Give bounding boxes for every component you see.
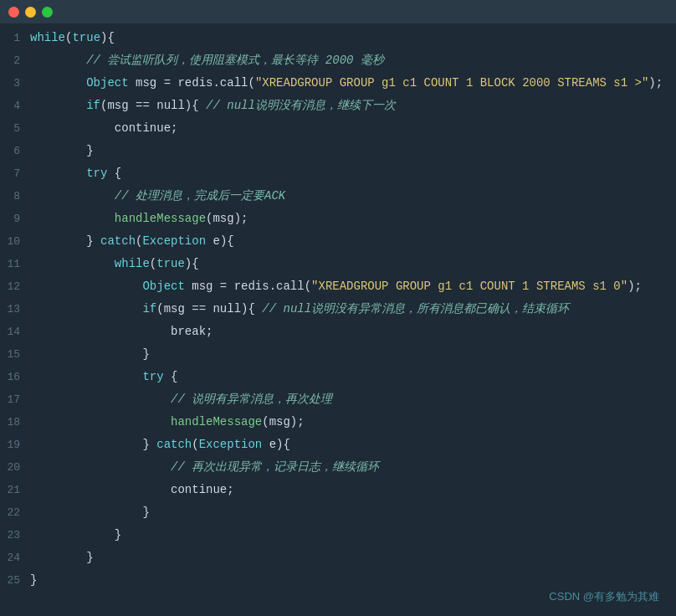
line-content: while(true){: [30, 27, 676, 49]
line-content: Object msg = redis.call("XREADGROUP GROU…: [30, 275, 676, 297]
line-content: Object msg = redis.call("XREADGROUP GROU…: [30, 72, 676, 94]
code-line: 22 }: [0, 501, 676, 524]
code-line: 13 if(msg == null){ // null说明没有异常消息，所有消息…: [0, 298, 676, 321]
line-content: break;: [30, 321, 676, 342]
line-content: } catch(Exception e){: [30, 434, 676, 455]
line-number: 24: [0, 547, 30, 569]
maximize-dot[interactable]: [42, 7, 53, 18]
line-number: 6: [0, 141, 30, 162]
code-line: 16 try {: [0, 366, 676, 388]
line-content: }: [30, 343, 676, 365]
line-number: 5: [0, 118, 30, 140]
code-line: 18 handleMessage(msg);: [0, 411, 676, 434]
line-content: try {: [30, 366, 676, 388]
code-line: 21 continue;: [0, 479, 676, 501]
code-line: 15 }: [0, 343, 676, 366]
code-line: 9 handleMessage(msg);: [0, 208, 676, 230]
line-content: // 尝试监听队列，使用阻塞模式，最长等待 2000 毫秒: [30, 49, 676, 71]
title-bar: [0, 0, 676, 23]
line-number: 12: [0, 276, 30, 298]
close-dot[interactable]: [8, 7, 19, 18]
code-line: 10 } catch(Exception e){: [0, 230, 676, 253]
line-content: handleMessage(msg);: [30, 208, 676, 229]
line-content: if(msg == null){ // null说明没有异常消息，所有消息都已确…: [30, 298, 676, 320]
line-number: 13: [0, 299, 30, 321]
line-content: continue;: [30, 479, 676, 501]
code-line: 25}: [0, 569, 676, 592]
line-number: 16: [0, 367, 30, 388]
code-line: 24 }: [0, 547, 676, 569]
code-line: 11 while(true){: [0, 253, 676, 275]
line-content: continue;: [30, 117, 676, 139]
line-number: 23: [0, 525, 30, 547]
line-number: 14: [0, 321, 30, 343]
code-line: 3 Object msg = redis.call("XREADGROUP GR…: [0, 72, 676, 95]
line-number: 19: [0, 434, 30, 456]
line-number: 22: [0, 502, 30, 524]
code-area: 1while(true){ 2 // 尝试监听队列，使用阻塞模式，最长等待 20…: [0, 23, 676, 616]
line-content: // 处理消息，完成后一定要ACK: [30, 185, 676, 207]
line-content: // 说明有异常消息，再次处理: [30, 388, 676, 410]
line-content: handleMessage(msg);: [30, 411, 676, 433]
code-line: 8 // 处理消息，完成后一定要ACK: [0, 185, 676, 208]
code-line: 1while(true){: [0, 27, 676, 49]
code-line: 2 // 尝试监听队列，使用阻塞模式，最长等待 2000 毫秒: [0, 49, 676, 72]
code-line: 19 } catch(Exception e){: [0, 434, 676, 456]
line-number: 10: [0, 231, 30, 253]
line-number: 21: [0, 480, 30, 501]
line-number: 18: [0, 412, 30, 434]
line-number: 9: [0, 208, 30, 230]
line-content: }: [30, 547, 676, 568]
line-content: }: [30, 140, 676, 162]
code-line: 23 }: [0, 524, 676, 547]
line-number: 8: [0, 186, 30, 208]
code-line: 4 if(msg == null){ // null说明没有消息，继续下一次: [0, 95, 676, 117]
code-line: 17 // 说明有异常消息，再次处理: [0, 388, 676, 411]
line-number: 7: [0, 163, 30, 185]
line-content: // 再次出现异常，记录日志，继续循环: [30, 456, 676, 478]
line-number: 17: [0, 389, 30, 411]
brand-label: CSDN @有多勉为其难: [549, 589, 659, 604]
line-number: 20: [0, 457, 30, 479]
line-content: while(true){: [30, 253, 676, 275]
line-number: 25: [0, 570, 30, 592]
code-line: 7 try {: [0, 162, 676, 185]
code-line: 6 }: [0, 140, 676, 162]
line-content: }: [30, 524, 676, 546]
line-content: }: [30, 501, 676, 523]
line-content: try {: [30, 162, 676, 184]
code-line: 5 continue;: [0, 117, 676, 140]
line-number: 11: [0, 254, 30, 275]
code-line: 20 // 再次出现异常，记录日志，继续循环: [0, 456, 676, 479]
line-content: } catch(Exception e){: [30, 230, 676, 252]
line-content: if(msg == null){ // null说明没有消息，继续下一次: [30, 95, 676, 116]
line-number: 1: [0, 28, 30, 49]
line-number: 3: [0, 73, 30, 95]
code-line: 14 break;: [0, 321, 676, 343]
code-line: 12 Object msg = redis.call("XREADGROUP G…: [0, 275, 676, 298]
line-content: }: [30, 569, 676, 591]
line-number: 15: [0, 344, 30, 366]
minimize-dot[interactable]: [25, 7, 36, 18]
line-number: 2: [0, 50, 30, 72]
line-number: 4: [0, 95, 30, 117]
